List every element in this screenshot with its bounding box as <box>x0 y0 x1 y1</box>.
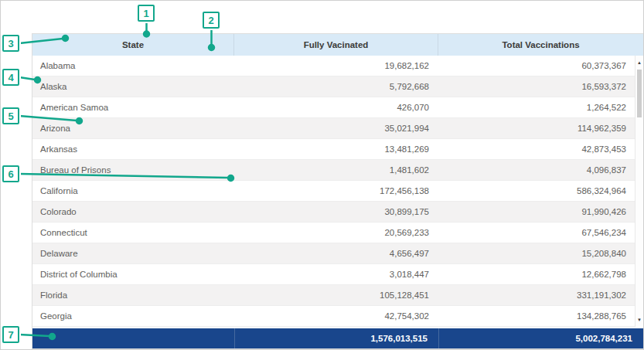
state-cell: Connecticut <box>32 223 234 243</box>
state-cell: District of Columbia <box>32 264 234 284</box>
table-row-florida[interactable]: Florida105,128,451331,191,302 <box>32 285 643 306</box>
total-vaccinations-cell: 16,593,372 <box>438 76 643 97</box>
table-row-delaware[interactable]: Delaware4,656,49715,208,840 <box>32 243 643 264</box>
vaccinations-table: State Fully Vacinated Total Vaccinations… <box>32 33 644 349</box>
table-row-district-of-columbia[interactable]: District of Columbia3,018,44712,662,798 <box>32 264 643 285</box>
state-cell: California <box>32 181 234 201</box>
table-row-bureau-of-prisons[interactable]: Bureau of Prisons1,481,6024,096,837 <box>32 160 643 181</box>
table-row-georgia[interactable]: Georgia42,754,302134,288,765 <box>32 306 643 327</box>
state-cell: American Samoa <box>32 97 234 117</box>
fully-vaccinated-cell: 19,682,162 <box>234 56 438 76</box>
vertical-scrollbar[interactable]: ▲ ▼ <box>635 56 643 327</box>
total-fully-vaccinated-cell: 1,576,013,515 <box>234 328 438 348</box>
table-row-arkansas[interactable]: Arkansas13,481,26942,873,453 <box>32 139 643 160</box>
total-vaccinations-cell: 586,324,964 <box>438 181 643 201</box>
total-vaccinations-cell: 331,191,302 <box>438 285 643 305</box>
callout-6-badge: 6 <box>2 165 19 182</box>
fully-vaccinated-cell: 172,456,138 <box>234 181 438 201</box>
fully-vaccinated-cell: 4,656,497 <box>234 243 438 263</box>
fully-vaccinated-cell: 35,021,994 <box>234 118 438 138</box>
total-total-vaccinations-cell: 5,002,784,231 <box>438 328 643 348</box>
table-row-alaska[interactable]: Alaska5,792,66816,593,372 <box>32 76 643 97</box>
table-row-connecticut[interactable]: Connecticut20,569,23367,546,234 <box>32 223 643 243</box>
fully-vaccinated-cell: 105,128,451 <box>234 285 438 305</box>
table-header-row: State Fully Vacinated Total Vaccinations <box>32 34 643 56</box>
total-vaccinations-cell: 42,873,453 <box>438 139 643 159</box>
state-cell: Florida <box>32 285 234 305</box>
total-vaccinations-cell: 15,208,840 <box>438 243 643 263</box>
state-cell: Alaska <box>32 76 234 97</box>
fully-vaccinated-cell: 5,792,668 <box>234 76 438 97</box>
table-row-alabama[interactable]: Alabama19,682,16260,373,367 <box>32 56 643 76</box>
state-cell: Delaware <box>32 243 234 263</box>
total-vaccinations-cell: 134,288,765 <box>438 306 643 326</box>
scroll-down-icon[interactable]: ▼ <box>635 314 643 325</box>
fully-vaccinated-cell: 30,899,175 <box>234 202 438 222</box>
total-vaccinations-cell: 114,962,359 <box>438 118 643 138</box>
table-row-arizona[interactable]: Arizona35,021,994114,962,359 <box>32 118 643 139</box>
table-row-american-samoa[interactable]: American Samoa426,0701,264,522 <box>32 97 643 118</box>
total-vaccinations-cell: 12,662,798 <box>438 264 643 284</box>
state-cell: Bureau of Prisons <box>32 160 234 180</box>
fully-vaccinated-cell: 20,569,233 <box>234 223 438 243</box>
callout-4-badge: 4 <box>2 69 19 86</box>
callout-7-badge: 7 <box>2 326 19 343</box>
state-cell: Arkansas <box>32 139 234 159</box>
callout-3-badge: 3 <box>2 35 19 52</box>
total-label-cell <box>32 328 234 348</box>
column-header-total-vaccinations[interactable]: Total Vaccinations <box>438 34 643 56</box>
table-row-colorado[interactable]: Colorado30,899,17591,990,426 <box>32 202 643 223</box>
total-vaccinations-cell: 60,373,367 <box>438 56 643 76</box>
fully-vaccinated-cell: 3,018,447 <box>234 264 438 284</box>
scrollbar-thumb[interactable] <box>637 70 642 117</box>
total-vaccinations-cell: 4,096,837 <box>438 160 643 180</box>
callout-1-badge: 1 <box>138 5 155 22</box>
fully-vaccinated-cell: 1,481,602 <box>234 160 438 180</box>
state-cell: Alabama <box>32 56 234 76</box>
state-cell: Colorado <box>32 202 234 222</box>
scroll-up-icon[interactable]: ▲ <box>635 57 643 68</box>
table-row-california[interactable]: California172,456,138586,324,964 <box>32 181 643 202</box>
total-vaccinations-cell: 67,546,234 <box>438 223 643 243</box>
state-cell: Arizona <box>32 118 234 138</box>
fully-vaccinated-cell: 42,754,302 <box>234 306 438 326</box>
callout-2-badge: 2 <box>203 12 220 29</box>
fully-vaccinated-cell: 13,481,269 <box>234 139 438 159</box>
fully-vaccinated-cell: 426,070 <box>234 97 438 117</box>
column-header-fully-vaccinated[interactable]: Fully Vacinated <box>234 34 438 56</box>
table-body: Alabama19,682,16260,373,367Alaska5,792,6… <box>32 56 643 327</box>
total-vaccinations-cell: 91,990,426 <box>438 202 643 222</box>
column-header-state[interactable]: State <box>32 34 234 56</box>
report-canvas: State Fully Vacinated Total Vaccinations… <box>0 0 644 350</box>
table-total-row: 1,576,013,515 5,002,784,231 <box>32 327 643 348</box>
callout-5-badge: 5 <box>2 107 19 124</box>
total-vaccinations-cell: 1,264,522 <box>438 97 643 117</box>
state-cell: Georgia <box>32 306 234 326</box>
